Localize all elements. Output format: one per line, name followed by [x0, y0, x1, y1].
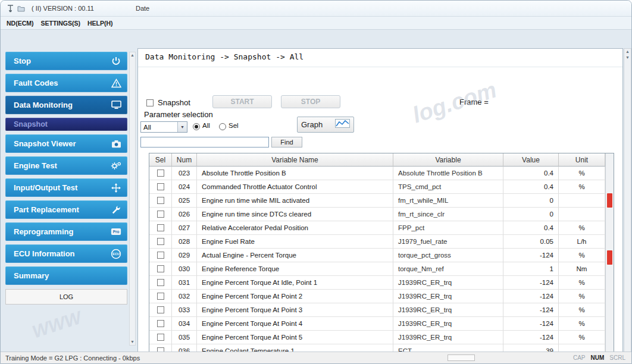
stop-button[interactable]: STOP: [281, 95, 340, 108]
sidebar-item-part-replacement[interactable]: Part Replacement: [5, 200, 127, 219]
log-button[interactable]: LOG: [5, 289, 127, 305]
row-checkbox[interactable]: [157, 265, 164, 272]
parameter-table: Sel Num Variable Name Variable Value Uni…: [149, 153, 614, 353]
row-select-cell: [149, 221, 172, 235]
cell-unit: [559, 208, 605, 221]
menu-ecm[interactable]: ND(ECM): [7, 20, 34, 27]
table-row[interactable]: 029 Actual Engine - Percent Torque torqu…: [149, 249, 605, 262]
sidebar-item-label: Snapshot: [14, 120, 48, 128]
table-row[interactable]: 026 Engine run time since DTCs cleared f…: [149, 208, 605, 221]
table-row[interactable]: 035 Engine Percent Torque At Point 5 J19…: [149, 331, 605, 344]
cell-variable: torque_Nm_ref: [393, 262, 503, 276]
table-row[interactable]: 023 Absolute Throttle Position B Absolut…: [149, 167, 605, 180]
cell-value: -124: [503, 249, 559, 262]
sidebar-item-label: Engine Test: [14, 161, 57, 170]
menu-help[interactable]: HELP(H): [87, 20, 113, 27]
scroll-up-icon[interactable]: ▲: [625, 49, 630, 55]
table-row[interactable]: 030 Engine Reference Torque torque_Nm_re…: [149, 262, 605, 276]
cell-num: 026: [172, 208, 197, 221]
row-checkbox[interactable]: [157, 183, 164, 190]
row-checkbox[interactable]: [157, 238, 164, 245]
main-scrollbar[interactable]: ▲ ▼: [624, 48, 631, 353]
find-input[interactable]: [140, 137, 269, 148]
scroll-up-icon[interactable]: ▲: [130, 52, 134, 58]
row-checkbox[interactable]: [157, 334, 164, 341]
pro-box-icon: Pro: [111, 227, 121, 237]
scroll-indicator: SCRL: [609, 354, 625, 361]
radio-all[interactable]: [193, 123, 200, 130]
row-checkbox[interactable]: [157, 197, 164, 204]
sidebar-item-stop[interactable]: Stop: [5, 52, 127, 70]
cell-num: 028: [172, 235, 197, 249]
header-num: Num: [172, 153, 197, 167]
row-select-cell: [149, 290, 172, 303]
scroll-down-icon[interactable]: ▼: [130, 339, 134, 345]
header-variable-name: Variable Name: [197, 153, 393, 167]
radio-sel[interactable]: [219, 123, 226, 130]
sidebar-item-label: Fault Codes: [14, 79, 58, 87]
row-select-cell: [149, 235, 172, 249]
graph-button[interactable]: Graph: [297, 117, 354, 133]
table-row[interactable]: 032 Engine Percent Torque At Point 2 J19…: [149, 290, 605, 303]
table-row[interactable]: 033 Engine Percent Torque At Point 3 J19…: [149, 303, 605, 317]
cell-value: 1: [503, 262, 559, 276]
sidebar-item-engine-test[interactable]: Engine Test: [5, 156, 127, 175]
row-checkbox[interactable]: [157, 252, 164, 259]
row-checkbox[interactable]: [157, 224, 164, 231]
table-scrollbar[interactable]: [605, 153, 614, 353]
table-row[interactable]: 027 Relative Accelerator Pedal Position …: [149, 221, 605, 235]
table-row[interactable]: 024 Commanded Throttle Actuator Control …: [149, 180, 605, 194]
cell-variable-name: Engine Percent Torque At Point 5: [197, 331, 393, 344]
status-progress: [448, 354, 475, 361]
cell-variable: torque_pct_gross: [393, 249, 503, 262]
cell-unit: %: [559, 303, 605, 317]
parameter-selection-label: Parameter selection: [144, 110, 213, 119]
sidebar-item-label: Snapshot Viewer: [14, 139, 76, 148]
wrench-icon: [111, 205, 121, 215]
row-select-cell: [149, 208, 172, 221]
parameter-dropdown[interactable]: All ▼: [140, 121, 187, 133]
snapshot-checkbox[interactable]: [146, 99, 154, 106]
table-row[interactable]: 034 Engine Percent Torque At Point 4 J19…: [149, 317, 605, 331]
table-row[interactable]: 031 Engine Percent Torque At Idle, Point…: [149, 276, 605, 290]
row-checkbox[interactable]: [157, 306, 164, 313]
row-checkbox[interactable]: [157, 320, 164, 327]
sidebar-item-label: Summary: [14, 271, 49, 280]
cell-value: 0.4: [503, 167, 559, 180]
find-button[interactable]: Find: [271, 137, 302, 148]
row-checkbox[interactable]: [157, 293, 164, 300]
cell-variable-name: Engine run time while MIL activated: [197, 194, 393, 208]
row-select-cell: [149, 194, 172, 208]
cell-variable: J1939RC_ER_trq: [393, 317, 503, 331]
sidebar-item-ecu-information[interactable]: ECU Information ECU: [5, 244, 127, 263]
power-icon: [111, 56, 121, 67]
start-button[interactable]: START: [212, 95, 272, 108]
row-select-cell: [149, 331, 172, 344]
table-row[interactable]: 028 Engine Fuel Rate J1979_fuel_rate 0.0…: [149, 235, 605, 249]
radio-all-label: All: [202, 122, 210, 129]
row-checkbox[interactable]: [157, 170, 164, 177]
sidebar-item-reprogramming[interactable]: Reprogramming Pro: [5, 222, 127, 241]
sidebar-item-input-output-test[interactable]: Input/Output Test: [5, 178, 127, 197]
cell-num: 034: [172, 317, 197, 331]
sidebar-scrollbar[interactable]: ▲ ▼: [129, 52, 136, 346]
row-select-cell: [149, 303, 172, 317]
menu-settings[interactable]: SETTINGS(S): [41, 20, 81, 27]
sidebar-item-summary[interactable]: Summary: [5, 266, 127, 285]
chevron-down-icon[interactable]: ▼: [177, 122, 187, 132]
row-checkbox[interactable]: [157, 279, 164, 286]
sidebar-item-label: Stop: [14, 57, 31, 65]
table-row[interactable]: 025 Engine run time while MIL activated …: [149, 194, 605, 208]
cell-variable: J1939RC_ER_trq: [393, 290, 503, 303]
sidebar-item-fault-codes[interactable]: Fault Codes: [5, 74, 127, 92]
cell-variable: J1939RC_ER_trq: [393, 303, 503, 317]
sidebar-item-data-monitoring[interactable]: Data Monitoring: [5, 96, 127, 114]
cell-num: 027: [172, 221, 197, 235]
sidebar-item-snapshot[interactable]: Snapshot: [5, 118, 127, 131]
folder-icon: [17, 5, 25, 12]
scroll-down-icon[interactable]: ▼: [625, 55, 630, 61]
cell-value: -124: [503, 331, 559, 344]
titlebar: ( II) VERSION : 00.11 Date: [1, 1, 631, 17]
row-checkbox[interactable]: [157, 211, 164, 218]
sidebar-item-snapshot-viewer[interactable]: Snapshot Viewer: [5, 134, 127, 153]
